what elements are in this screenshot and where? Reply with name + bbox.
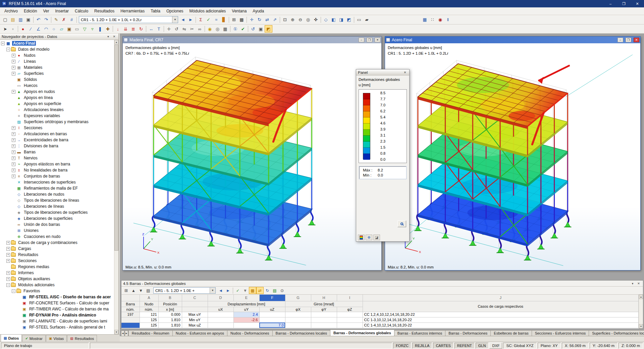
view-yz-icon[interactable]: ◩: [345, 16, 353, 23]
new-file-icon[interactable]: ▢: [1, 16, 9, 23]
work-plane-icon[interactable]: ▦: [421, 16, 429, 23]
highlight-results-icon[interactable]: ▦: [249, 287, 256, 294]
filter-tab[interactable]: ◪: [373, 235, 380, 240]
color-scale-tab[interactable]: [358, 235, 365, 240]
tree-item-rf-dynam-pro-an-lisis-din-mico[interactable]: ▣RF-DYNAM Pro - Análisis dinámico: [0, 312, 114, 318]
results-panel-icon[interactable]: ▊: [220, 16, 228, 23]
result-tab-superficies-deformaciones-locales[interactable]: Superficies - Deformaciones locales: [589, 330, 644, 336]
tree-item-cargas[interactable]: +Cargas: [0, 246, 114, 252]
panel-titlebar[interactable]: Panel ✕: [356, 69, 409, 76]
new-surface-icon[interactable]: ▱: [58, 25, 65, 33]
tree-item-coacciones-en-nudo[interactable]: ⊕Coacciones en nudo: [0, 234, 114, 240]
column-letter-J[interactable]: J: [363, 295, 639, 301]
table-search-icon[interactable]: ⊙: [278, 287, 286, 294]
tree-item-apoyos-en-nudos[interactable]: +▲Apoyos en nudos: [0, 89, 114, 95]
table-up-icon[interactable]: ▲: [130, 287, 137, 294]
tree-item-conjuntos-de-barras[interactable]: +≡Conjuntos de barras: [0, 173, 114, 179]
previous-load-case-icon[interactable]: ◄: [179, 16, 187, 23]
filter-rows-icon[interactable]: ▼: [241, 287, 249, 294]
surface-load-icon[interactable]: ≣: [129, 25, 137, 33]
tree-item-liberaciones-de-l-neas[interactable]: ◇Liberaciones de líneas: [0, 203, 114, 209]
renumber-icon[interactable]: #: [68, 16, 75, 23]
tree-item-apoyos-el-sticos-en-barra[interactable]: +≈Apoyos elásticos en barra: [0, 161, 114, 167]
table-cell[interactable]: [311, 317, 337, 322]
maximize-button[interactable]: ❐: [617, 0, 631, 7]
result-tab-barras-deformaciones-locales[interactable]: Barras - Deformaciones locales: [272, 330, 330, 336]
table-scrollbar[interactable]: ▲ ▼: [639, 295, 643, 329]
isometric-view-icon[interactable]: ◇: [322, 16, 330, 23]
table-cell[interactable]: [208, 322, 233, 328]
legend-options-button[interactable]: [397, 220, 406, 227]
table-cell[interactable]: [337, 322, 363, 328]
row-header[interactable]: [121, 322, 140, 328]
close-icon[interactable]: ✕: [636, 281, 641, 286]
menu-edici-n[interactable]: Edición: [21, 8, 40, 14]
expand-box-icon[interactable]: +: [6, 271, 10, 275]
expand-box-icon[interactable]: +: [12, 132, 15, 136]
solid-display-icon[interactable]: ▰: [363, 16, 371, 23]
scroll-up-icon[interactable]: ▲: [114, 40, 118, 44]
check-data-icon[interactable]: ✓: [205, 16, 212, 23]
toggle-refent[interactable]: REFENT: [454, 343, 475, 349]
next-member-icon[interactable]: ►: [224, 287, 232, 294]
viewport-titlebar[interactable]: Acero Final – ❐ ✕: [385, 37, 640, 43]
tree-item-l-neas[interactable]: +∕Líneas: [0, 58, 114, 64]
zoom-window-icon[interactable]: ⊡: [281, 16, 289, 23]
result-tab-resultados-resumen[interactable]: Resultados - Resumen: [128, 330, 172, 336]
viewport-titlebar[interactable]: Madera Final, CR7 – ❐ ✕: [123, 37, 381, 43]
mirror-icon[interactable]: ⇄: [263, 16, 271, 23]
next-load-case-icon[interactable]: ►: [187, 16, 195, 23]
redo-icon[interactable]: ↷: [42, 16, 50, 23]
result-tab-barras-esfuerzos-internos[interactable]: Barras - Esfuerzos internos: [394, 330, 445, 336]
recalculate-icon[interactable]: ↻: [264, 287, 271, 294]
object-snap-icon[interactable]: ◉: [436, 16, 444, 23]
edit-mode-icon[interactable]: ✎: [52, 16, 60, 23]
minimize-button[interactable]: –: [604, 0, 617, 7]
collapse-box-icon[interactable]: −: [1, 42, 5, 45]
column-letter-C[interactable]: C: [182, 295, 208, 301]
tree-item-datos-del-modelo[interactable]: −Datos del modelo: [0, 46, 114, 52]
toggle-cartes[interactable]: CARTES: [433, 343, 453, 349]
tree-item-rf-timber-awc-c-lculo-de-barras-de-ma[interactable]: ▣RF-TIMBER AWC - Cálculo de barras de ma: [0, 306, 114, 312]
sync-model-selection-icon[interactable]: ⇄: [256, 287, 264, 294]
tree-item-superficies[interactable]: +▱Superficies: [0, 70, 114, 77]
print-icon[interactable]: ▣: [24, 16, 32, 23]
minimize-button[interactable]: –: [359, 38, 364, 42]
zoom-all-icon[interactable]: ◎: [304, 16, 312, 23]
column-letter-I[interactable]: I: [337, 295, 363, 301]
tree-item-rf-steel-aisc-dise-o-de-barras-de-acer[interactable]: ▣RF-STEEL AISC - Diseño de barras de ace…: [0, 294, 114, 300]
tree-item-casos-de-carga-y-combinaciones[interactable]: +Casos de carga y combinaciones: [0, 240, 114, 246]
expand-box-icon[interactable]: +: [12, 90, 15, 94]
tree-item-uni-n-de-dos-barras[interactable]: ∞Unión de dos barras: [0, 221, 114, 228]
table-cell[interactable]: 2.4: [233, 312, 259, 317]
visibility-modes-icon[interactable]: ◉: [206, 25, 214, 33]
tree-item-nudos[interactable]: +●Nudos: [0, 52, 114, 58]
delete-object-icon[interactable]: ✗: [60, 16, 68, 23]
menu-opciones[interactable]: Opciones: [163, 8, 186, 14]
legend-color-scale[interactable]: [363, 93, 370, 159]
navigator-tab-datos[interactable]: ▤Datos: [1, 334, 22, 342]
rotate-objects-icon[interactable]: ↺: [173, 25, 180, 33]
menu-archivo[interactable]: Archivo: [1, 8, 21, 14]
scroll-up-icon[interactable]: ▲: [639, 295, 643, 299]
tree-item-s-lidos[interactable]: ▣Sólidos: [0, 77, 114, 83]
result-tab-secciones-esfuerzos-internos[interactable]: Secciones - Esfuerzos internos: [532, 330, 589, 336]
goto-table-icon[interactable]: ⊞: [122, 287, 130, 294]
toggle-rejilla[interactable]: REJILLA: [412, 343, 432, 349]
close-button[interactable]: ✕: [375, 38, 380, 42]
menu-tabla[interactable]: Tabla: [148, 8, 163, 14]
toggle-dxf[interactable]: DXF: [489, 343, 502, 349]
show-results-icon[interactable]: ≈: [212, 16, 220, 23]
table-down-icon[interactable]: ▼: [137, 287, 145, 294]
zoom-out-icon[interactable]: ⊖: [297, 16, 304, 23]
tree-item-secciones[interactable]: +Secciones: [0, 258, 114, 264]
tree-item-barras[interactable]: +▬Barras: [0, 149, 114, 155]
expand-box-icon[interactable]: +: [12, 168, 15, 172]
select-pointer-icon[interactable]: ➤: [1, 25, 9, 33]
tree-item-intersecciones-de-superficies[interactable]: ✕Intersecciones de superficies: [0, 179, 114, 185]
close-button[interactable]: ✕: [631, 0, 644, 7]
table-cell[interactable]: 125: [140, 317, 158, 322]
close-button[interactable]: ✕: [634, 38, 639, 42]
move-objects-icon[interactable]: ✛: [165, 25, 173, 33]
result-tab-esbelteces-de-barras[interactable]: Esbelteces de barras: [490, 330, 531, 336]
